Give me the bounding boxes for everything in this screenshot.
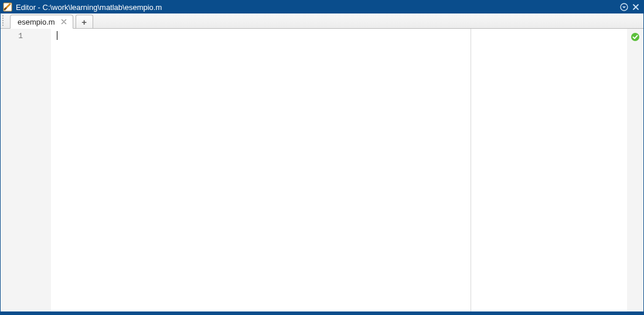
message-bar — [627, 29, 643, 311]
new-tab-button[interactable]: + — [76, 15, 93, 29]
window-title: Editor - C:\work\learning\matlab\esempio… — [16, 3, 618, 12]
tab-strip-grip[interactable] — [2, 15, 4, 26]
panel-menu-icon[interactable] — [619, 2, 629, 12]
line-number-gutter: 1 — [1, 29, 51, 311]
window-footer-border — [1, 311, 643, 314]
text-caret — [57, 31, 57, 40]
line-number: 1 — [1, 31, 51, 42]
status-ok-icon[interactable] — [631, 32, 640, 42]
file-tab-label: esempio.m — [18, 18, 55, 26]
file-tab-active[interactable]: esempio.m — [10, 15, 73, 29]
tab-strip: esempio.m + — [1, 13, 643, 29]
close-icon[interactable] — [631, 2, 641, 12]
editor-window: Editor - C:\work\learning\matlab\esempio… — [0, 0, 644, 315]
title-bar: Editor - C:\work\learning\matlab\esempio… — [1, 1, 643, 13]
plus-icon: + — [81, 18, 87, 26]
editor-area: 1 — [1, 29, 643, 311]
tab-close-icon[interactable] — [60, 18, 68, 26]
right-margin-rule — [471, 29, 471, 311]
code-editor[interactable] — [51, 29, 643, 311]
editor-app-icon — [3, 2, 12, 12]
